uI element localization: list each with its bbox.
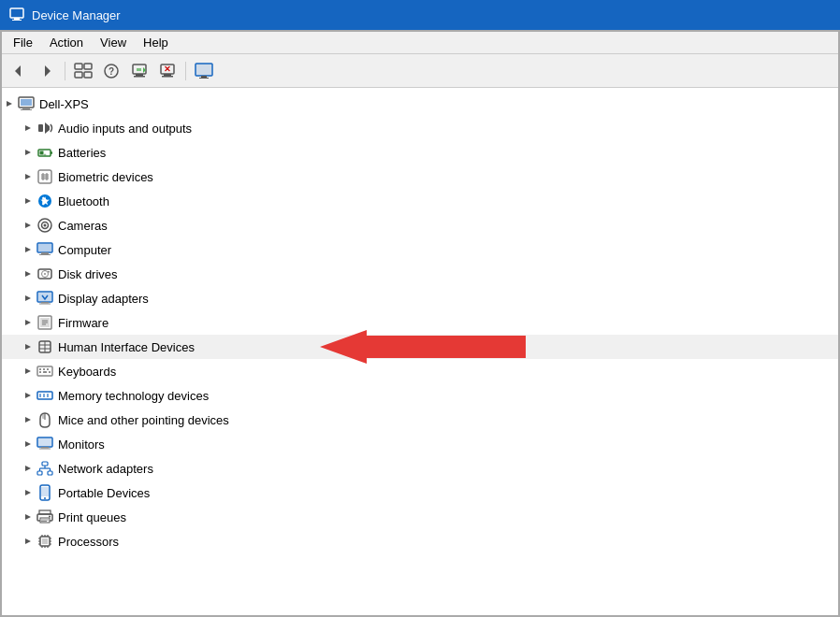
svg-marker-117: [25, 538, 31, 544]
tree-item-hid[interactable]: Human Interface Devices: [2, 335, 838, 359]
toolbar: ? ✕: [2, 54, 838, 88]
processors-expander[interactable]: [21, 534, 36, 549]
memtech-label: Memory technology devices: [58, 389, 209, 403]
keyboards-label: Keyboards: [58, 365, 116, 379]
devmgr-button[interactable]: [70, 59, 96, 83]
svg-marker-93: [25, 441, 31, 447]
batteries-expander[interactable]: [21, 145, 36, 160]
computer-icon: [36, 240, 54, 259]
tree-item-batteries[interactable]: + Batteries: [2, 140, 838, 165]
svg-marker-106: [25, 490, 31, 495]
monitors-label: Monitors: [58, 438, 105, 452]
svg-marker-60: [25, 295, 31, 301]
svg-rect-6: [84, 64, 92, 69]
svg-text:+: +: [43, 151, 47, 157]
svg-marker-24: [7, 101, 12, 107]
biometric-label: Biometric devices: [58, 170, 153, 184]
svg-point-109: [44, 497, 46, 499]
tree-item-network[interactable]: Network adapters: [2, 456, 838, 481]
title-bar-icon: [9, 7, 24, 24]
svg-marker-36: [25, 174, 31, 179]
display-expander[interactable]: [21, 291, 36, 306]
menu-file[interactable]: File: [6, 34, 40, 51]
tree-item-memtech[interactable]: Memory technology devices: [2, 383, 838, 408]
svg-rect-54: [39, 254, 51, 255]
svg-text:✕: ✕: [164, 65, 171, 74]
toolbar-separator-1: [65, 62, 65, 80]
tree-item-cameras[interactable]: Cameras: [2, 213, 838, 237]
biometric-icon: [36, 167, 54, 186]
svg-rect-21: [196, 64, 212, 76]
uninstall-button[interactable]: ✕: [154, 59, 181, 83]
biometric-expander[interactable]: [21, 169, 36, 184]
svg-rect-63: [41, 302, 49, 304]
update-button[interactable]: [126, 59, 152, 83]
keyboards-expander[interactable]: [21, 364, 36, 379]
svg-marker-110: [25, 514, 31, 520]
svg-rect-5: [75, 64, 82, 69]
hid-icon: [36, 337, 54, 356]
memtech-expander[interactable]: [21, 388, 36, 403]
monitor-button[interactable]: [191, 59, 217, 83]
tree-item-audio[interactable]: Audio inputs and outputs: [2, 116, 838, 140]
svg-marker-65: [25, 320, 31, 325]
svg-marker-43: [25, 198, 31, 204]
svg-rect-27: [22, 108, 30, 109]
audio-expander[interactable]: [21, 121, 36, 136]
svg-rect-13: [134, 76, 145, 78]
bluetooth-expander[interactable]: [21, 194, 36, 208]
menu-help[interactable]: Help: [136, 34, 176, 51]
print-expander[interactable]: [21, 509, 36, 524]
bluetooth-label: Bluetooth: [58, 194, 109, 208]
monitors-expander[interactable]: [21, 437, 36, 452]
root-icon: [17, 94, 36, 113]
svg-marker-50: [25, 247, 31, 252]
svg-marker-29: [25, 125, 31, 131]
tree-area[interactable]: Dell-XPS Audio inputs and outputs: [2, 88, 838, 615]
tree-item-print[interactable]: Print queues: [2, 505, 838, 529]
svg-rect-8: [84, 72, 92, 78]
svg-rect-28: [21, 109, 32, 110]
svg-marker-90: [25, 417, 31, 423]
tree-item-processors[interactable]: Processors: [2, 529, 838, 553]
processor-icon: [36, 532, 54, 551]
svg-rect-17: [164, 74, 171, 76]
disk-expander[interactable]: [21, 266, 36, 281]
svg-rect-53: [41, 252, 49, 254]
tree-item-computer[interactable]: Computer: [2, 237, 838, 262]
bluetooth-icon: ★: [36, 192, 54, 210]
tree-item-bluetooth[interactable]: ★ Bluetooth: [2, 189, 838, 213]
portable-expander[interactable]: [21, 485, 36, 500]
root-expander[interactable]: [2, 96, 17, 111]
svg-rect-33: [51, 151, 52, 154]
computer-expander[interactable]: [21, 242, 36, 257]
firmware-expander[interactable]: [21, 315, 36, 330]
tree-item-root[interactable]: Dell-XPS: [2, 92, 838, 116]
print-label: Print queues: [58, 510, 126, 524]
hid-expander[interactable]: [21, 339, 36, 354]
svg-rect-95: [38, 438, 51, 446]
network-expander[interactable]: [21, 461, 36, 476]
svg-rect-1: [14, 18, 20, 20]
back-button[interactable]: [6, 59, 32, 83]
svg-marker-71: [25, 344, 31, 350]
svg-rect-22: [201, 76, 207, 78]
tree-item-display[interactable]: Display adapters: [2, 286, 838, 310]
svg-rect-82: [39, 371, 41, 373]
forward-button[interactable]: [34, 59, 60, 83]
tree-item-portable[interactable]: Portable Devices: [2, 481, 838, 505]
cameras-expander[interactable]: [21, 218, 36, 233]
tree-item-biometric[interactable]: Biometric devices: [2, 165, 838, 189]
menu-view[interactable]: View: [93, 34, 134, 51]
svg-marker-98: [25, 466, 31, 471]
tree-item-keyboards[interactable]: Keyboards: [2, 359, 838, 383]
svg-marker-85: [25, 393, 31, 398]
tree-item-disk[interactable]: Disk drives: [2, 262, 838, 286]
title-bar: Device Manager: [0, 0, 840, 30]
tree-item-monitors[interactable]: Monitors: [2, 432, 838, 456]
help-button[interactable]: ?: [98, 59, 124, 83]
menu-action[interactable]: Action: [42, 34, 91, 51]
mice-expander[interactable]: [21, 412, 36, 427]
menu-bar: File Action View Help: [2, 32, 838, 54]
tree-item-mice[interactable]: Mice and other pointing devices: [2, 408, 838, 432]
